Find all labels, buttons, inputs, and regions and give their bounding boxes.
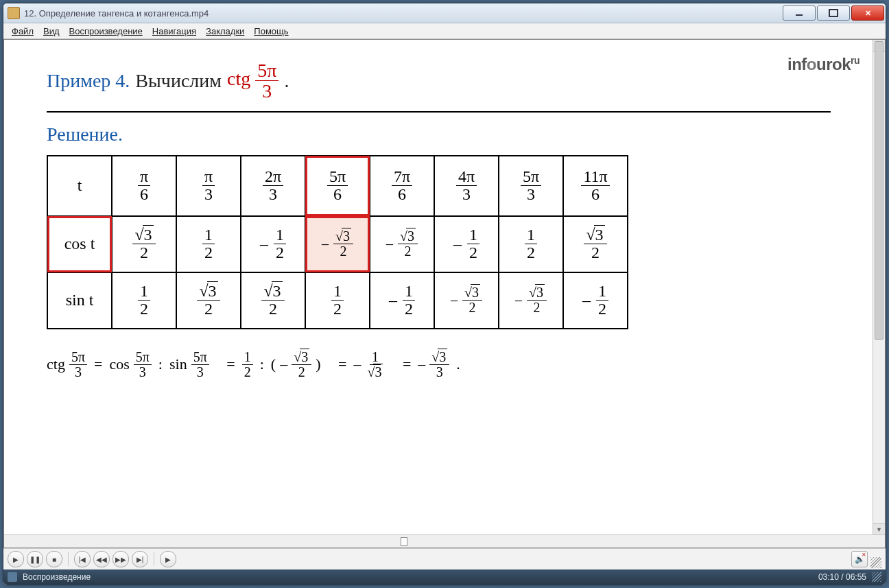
statusbar: Воспроизведение 03:10 / 06:55 [3,569,886,585]
menu-file[interactable]: Файл [8,25,38,38]
table-cell: 5π3 [499,156,563,216]
example-verb: Вычислим [135,70,222,92]
table-cell: – 12 [434,216,499,272]
seek-handle[interactable] [401,537,407,546]
table-cell: – 12 [241,216,305,272]
table-cell: – 12 [563,272,628,329]
menu-bookmarks[interactable]: Закладки [202,25,248,38]
resize-grip-icon[interactable] [870,557,881,568]
example-func: ctg 5π3 [227,60,278,102]
table-cell: 5π6 [305,156,370,216]
example-heading: Пример 4. Вычислим ctg 5π3 . [47,60,831,102]
table-cell: 2π3 [241,156,305,216]
trig-table: tπ6π32π35π67π64π35π311π6cos t3212– 12– 3… [47,155,628,329]
table-cell: 11π6 [563,156,628,216]
scroll-thumb[interactable] [875,41,884,340]
table-cell: 32 [176,272,241,329]
menu-navigation[interactable]: Навигация [148,25,200,38]
table-cell: 12 [305,272,370,329]
time-display: 03:10 / 06:55 [818,572,866,582]
prev-file-button[interactable]: |◀ [74,551,91,567]
table-cell: 12 [499,216,563,272]
play-button[interactable]: ▶ [8,551,24,567]
statusbar-grip-icon [872,572,881,582]
app-icon [8,7,20,19]
scroll-down-arrow[interactable]: ▼ [873,523,885,535]
video-viewport: infourokru Пример 4. Вычислим ctg 5π3 . … [3,39,886,548]
step-button[interactable]: ▶ [160,551,176,567]
close-button[interactable] [851,5,884,21]
derivation-line: ctg 5π3 = cos 5π3 : sin 5π3 = 12 : ( [47,350,831,379]
table-cell: 32 [563,216,628,272]
forward-button[interactable]: ▶▶ [112,551,129,567]
menu-help[interactable]: Помощь [250,25,292,38]
separator-icon [68,552,69,566]
separator-icon [154,552,154,566]
menu-view[interactable]: Вид [39,25,64,38]
table-cell: 12 [176,216,241,272]
table-cell: 7π6 [370,156,434,216]
menubar: Файл Вид Воспроизведение Навигация Закла… [3,23,886,39]
vertical-scrollbar[interactable]: ▲ ▼ [873,40,885,535]
window-buttons [781,5,884,21]
status-icon [8,572,17,582]
status-text: Воспроизведение [23,572,91,582]
row-label: t [47,156,112,216]
table-cell: 32 [241,272,305,329]
row-label: cos t [47,216,112,272]
mute-button[interactable]: 🔈 [851,551,868,567]
brand-logo: infourokru [787,55,860,74]
slide-content: infourokru Пример 4. Вычислим ctg 5π3 . … [4,40,873,535]
row-label: sin t [47,272,112,329]
table-cell: π6 [112,156,176,216]
example-number: Пример 4. [47,70,130,92]
table-cell: – 12 [370,272,434,329]
stop-button[interactable]: ■ [46,551,62,567]
rewind-button[interactable]: ◀◀ [93,551,110,567]
table-cell: 32 [112,216,176,272]
app-window: 12. Определение тангенса и котангенса.mp… [3,3,886,585]
titlebar[interactable]: 12. Определение тангенса и котангенса.mp… [3,3,886,23]
table-cell: – 32 [499,272,563,329]
table-cell: – 32 [434,272,499,329]
divider [47,111,831,113]
solution-heading: Решение. [47,124,831,145]
seek-bar[interactable] [4,534,885,548]
table-cell: 4π3 [434,156,499,216]
pause-button[interactable]: ❚❚ [27,551,43,567]
menu-playback[interactable]: Воспроизведение [65,25,147,38]
minimize-button[interactable] [783,5,816,21]
maximize-button[interactable] [817,5,850,21]
table-cell: – 32 [305,216,370,272]
player-controls: ▶ ❚❚ ■ |◀ ◀◀ ▶▶ ▶| ▶ 🔈 [3,548,886,569]
table-cell: – 32 [370,216,434,272]
next-file-button[interactable]: ▶| [132,551,148,567]
table-cell: 12 [112,272,176,329]
table-cell: π3 [176,156,241,216]
window-title: 12. Определение тангенса и котангенса.mp… [24,8,781,19]
